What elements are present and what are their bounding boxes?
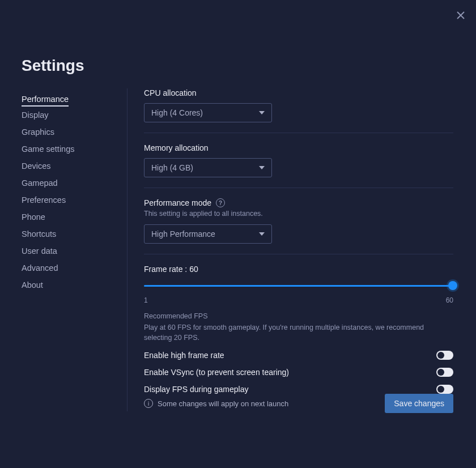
memory-allocation-label: Memory allocation [144, 143, 453, 152]
sidebar-item-performance[interactable]: Performance [22, 91, 69, 107]
settings-main: CPU allocation High (4 Cores) Memory all… [144, 88, 453, 394]
close-button[interactable] [456, 10, 466, 20]
info-icon: i [144, 399, 153, 408]
save-changes-button[interactable]: Save changes [385, 394, 453, 413]
recommended-fps-text: Play at 60 FPS for smooth gameplay. If y… [144, 322, 453, 343]
help-icon[interactable]: ? [216, 198, 225, 207]
memory-allocation-select[interactable]: High (4 GB) [144, 158, 272, 177]
sidebar-item-display[interactable]: Display [22, 107, 112, 124]
chevron-down-icon [259, 232, 265, 236]
cpu-allocation-value: High (4 Cores) [151, 108, 203, 117]
performance-mode-select[interactable]: High Performance [144, 224, 272, 244]
restart-warning: i Some changes will apply on next launch [144, 399, 288, 408]
divider [144, 133, 453, 133]
frame-rate-label: Frame rate : 60 [144, 265, 453, 274]
recommended-fps-title: Recommended FPS [144, 312, 453, 320]
sidebar-item-user-data[interactable]: User data [22, 242, 112, 259]
enable-high-frame-rate-toggle[interactable] [436, 351, 453, 360]
toggle-knob [437, 352, 444, 359]
sidebar-item-gamepad[interactable]: Gamepad [22, 175, 112, 192]
sidebar-item-about[interactable]: About [22, 276, 112, 293]
close-icon [457, 11, 465, 19]
divider [144, 188, 453, 188]
enable-vsync-label: Enable VSync (to prevent screen tearing) [144, 368, 289, 377]
sidebar-item-graphics[interactable]: Graphics [22, 124, 112, 141]
sidebar-item-shortcuts[interactable]: Shortcuts [22, 226, 112, 242]
performance-mode-hint: This setting is applied to all instances… [144, 210, 453, 218]
slider-scale: 1 60 [144, 296, 453, 304]
settings-sidebar: Performance Display Graphics Game settin… [22, 91, 112, 293]
restart-warning-text: Some changes will apply on next launch [158, 399, 288, 408]
memory-allocation-value: High (4 GB) [151, 163, 193, 172]
enable-high-frame-rate-label: Enable high frame rate [144, 351, 224, 360]
frame-rate-slider[interactable] [144, 279, 453, 294]
slider-thumb[interactable] [448, 281, 457, 290]
sidebar-item-devices[interactable]: Devices [22, 158, 112, 175]
toggle-knob [437, 386, 444, 393]
toggle-knob [437, 369, 444, 376]
performance-mode-label: Performance mode [144, 198, 211, 207]
cpu-allocation-select[interactable]: High (4 Cores) [144, 103, 272, 122]
display-fps-label: Display FPS during gameplay [144, 385, 248, 394]
sidebar-item-preferences[interactable]: Preferences [22, 192, 112, 209]
cpu-allocation-label: CPU allocation [144, 88, 453, 97]
performance-mode-value: High Performance [151, 229, 215, 239]
slider-max: 60 [446, 296, 453, 304]
settings-window: Settings Performance Display Graphics Ga… [0, 0, 476, 468]
settings-footer: i Some changes will apply on next launch… [144, 394, 453, 413]
slider-track [144, 285, 453, 287]
chevron-down-icon [259, 111, 265, 114]
chevron-down-icon [259, 166, 265, 169]
vertical-divider [127, 88, 128, 411]
page-title: Settings [22, 57, 84, 75]
display-fps-toggle[interactable] [436, 385, 453, 394]
slider-min: 1 [144, 296, 148, 304]
sidebar-item-advanced[interactable]: Advanced [22, 259, 112, 276]
sidebar-item-game-settings[interactable]: Game settings [22, 141, 112, 158]
divider [144, 254, 453, 254]
sidebar-item-phone[interactable]: Phone [22, 209, 112, 226]
enable-vsync-toggle[interactable] [436, 368, 453, 377]
